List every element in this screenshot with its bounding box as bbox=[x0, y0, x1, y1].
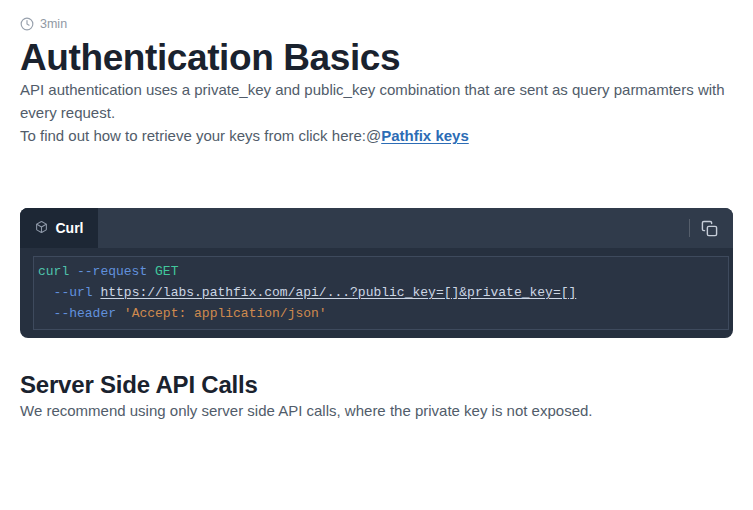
read-time: 3min bbox=[20, 17, 733, 31]
code-line: --header 'Accept: application/json' bbox=[38, 303, 720, 324]
intro-paragraph: API authentication uses a private_key an… bbox=[20, 78, 733, 124]
keys-paragraph: To find out how to retrieve your keys fr… bbox=[20, 124, 733, 147]
keys-paragraph-text: To find out how to retrieve your keys fr… bbox=[20, 127, 381, 144]
pathfix-keys-link[interactable]: Pathfix keys bbox=[381, 127, 469, 144]
clock-icon bbox=[20, 17, 34, 31]
read-time-label: 3min bbox=[40, 17, 67, 31]
code-header-actions bbox=[689, 208, 733, 248]
copy-button[interactable] bbox=[699, 218, 720, 239]
cube-icon bbox=[35, 220, 48, 237]
page-title: Authentication Basics bbox=[20, 38, 733, 78]
code-block: Curl curl --request GET --url https://la… bbox=[20, 208, 733, 338]
docs-page: 3min Authentication Basics API authentic… bbox=[0, 0, 753, 422]
section-title: Server Side API Calls bbox=[20, 371, 733, 399]
code-line: --url https://labs.pathfix.com/api/...?p… bbox=[38, 282, 720, 303]
code-content[interactable]: curl --request GET --url https://labs.pa… bbox=[33, 256, 729, 330]
tab-curl-label: Curl bbox=[56, 220, 84, 236]
code-body: curl --request GET --url https://labs.pa… bbox=[20, 248, 733, 338]
code-block-header: Curl bbox=[20, 208, 733, 248]
section-paragraph: We recommend using only server side API … bbox=[20, 399, 733, 422]
code-line: curl --request GET bbox=[38, 261, 720, 282]
header-divider bbox=[689, 219, 690, 237]
tab-curl[interactable]: Curl bbox=[20, 208, 98, 248]
